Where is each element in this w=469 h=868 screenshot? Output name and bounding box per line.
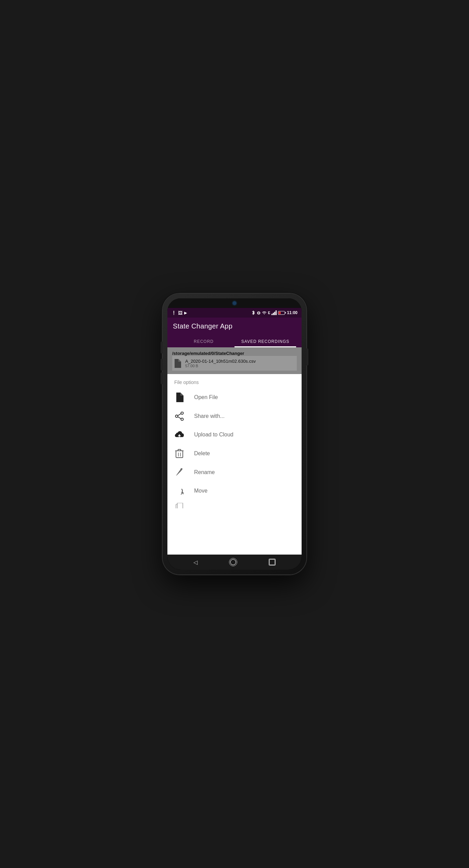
status-notifications: ❕ 🖼 ▶: [172, 310, 187, 315]
move-icon: [174, 486, 185, 495]
rename-label: Rename: [194, 469, 215, 475]
file-item[interactable]: A_2020-01-14_10h51m02.630s.csv 57.00 B: [172, 356, 297, 371]
status-bar: ❕ 🖼 ▶ ⊖ E: [167, 308, 302, 318]
sheet-title: File options: [167, 374, 302, 388]
file-area: /storage/emulated/0/StateChanger A_2020-…: [167, 347, 302, 374]
svg-rect-8: [178, 449, 181, 451]
svg-point-15: [230, 559, 236, 565]
svg-line-4: [178, 417, 181, 419]
recent-button[interactable]: [269, 559, 276, 566]
menu-item-copy[interactable]: [167, 500, 302, 508]
svg-line-3: [178, 414, 181, 416]
share-label: Share with...: [194, 413, 225, 419]
file-item-info: A_2020-01-14_10h51m02.630s.csv 57.00 B: [185, 359, 256, 368]
menu-item-share[interactable]: Share with...: [167, 407, 302, 425]
file-path: /storage/emulated/0/StateChanger: [172, 351, 297, 356]
delete-icon: [174, 449, 185, 458]
bluetooth-icon: [251, 310, 255, 315]
svg-point-0: [181, 412, 183, 414]
notif-icon-1: ❕: [172, 311, 176, 315]
cloud-upload-icon: [174, 430, 185, 439]
upload-label: Upload to Cloud: [194, 432, 233, 438]
menu-item-upload[interactable]: Upload to Cloud: [167, 425, 302, 444]
menu-item-delete[interactable]: Delete: [167, 444, 302, 463]
share-icon: [174, 412, 185, 421]
back-button[interactable]: ◁: [193, 559, 198, 566]
camera-dot: [233, 301, 236, 305]
app-header: State Changer App RECORD SAVED RECORDING…: [167, 318, 302, 347]
file-item-size: 57.00 B: [185, 364, 256, 368]
phone-screen: ❕ 🖼 ▶ ⊖ E: [167, 298, 302, 570]
menu-item-open-file[interactable]: Open File: [167, 388, 302, 407]
svg-rect-6: [176, 451, 183, 458]
file-item-icon: [174, 359, 181, 368]
tab-saved-recordings[interactable]: SAVED RECORDINGS: [234, 336, 296, 347]
file-item-name: A_2020-01-14_10h51m02.630s.csv: [185, 359, 256, 364]
tab-record[interactable]: RECORD: [173, 336, 234, 347]
svg-point-1: [176, 415, 178, 418]
svg-point-2: [181, 418, 183, 421]
menu-item-move[interactable]: Move: [167, 482, 302, 500]
battery-icon: [278, 311, 285, 315]
app-title: State Changer App: [173, 322, 296, 334]
home-button[interactable]: [229, 558, 237, 566]
svg-rect-14: [177, 503, 183, 508]
tab-bar: RECORD SAVED RECORDINGS: [173, 336, 296, 347]
open-file-label: Open File: [194, 394, 218, 400]
status-time: 11:00: [287, 310, 297, 315]
open-file-icon: [174, 393, 185, 402]
svg-rect-16: [269, 559, 275, 565]
wifi-icon: [262, 311, 267, 315]
move-label: Move: [194, 488, 207, 494]
bottom-sheet: File options Open File: [167, 374, 302, 555]
camera-bar: [167, 298, 302, 308]
status-right-icons: ⊖ E: [251, 310, 297, 315]
phone-device: ❕ 🖼 ▶ ⊖ E: [163, 294, 306, 574]
network-type: E: [268, 311, 270, 315]
signal-bars: [271, 310, 277, 315]
menu-item-rename[interactable]: Rename: [167, 463, 302, 482]
rename-icon: [174, 468, 185, 477]
delete-label: Delete: [194, 450, 210, 457]
copy-icon: [174, 503, 185, 508]
nav-bar: ◁: [167, 555, 302, 570]
notif-icon-3: ▶: [184, 311, 187, 315]
dnd-icon: ⊖: [257, 311, 261, 315]
notif-icon-2: 🖼: [178, 310, 182, 315]
